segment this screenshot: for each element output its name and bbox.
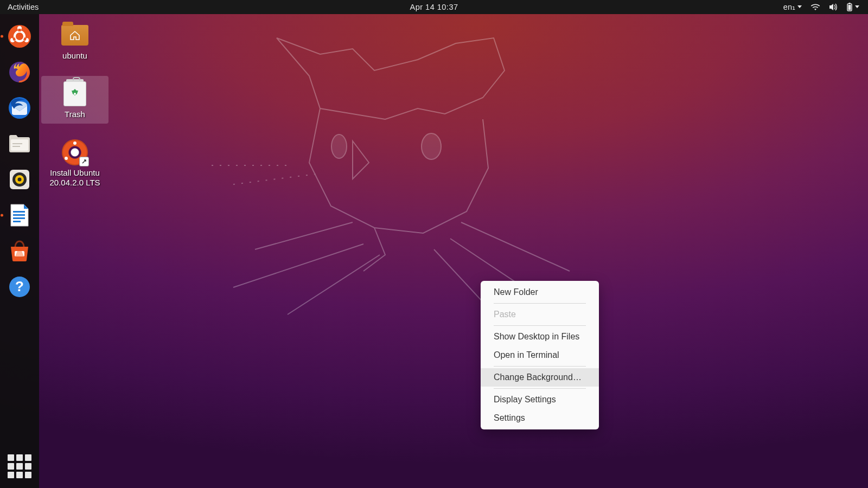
input-source-indicator[interactable]: en₁ (783, 3, 802, 11)
context-menu-separator (494, 325, 586, 326)
power-menu[interactable] (846, 3, 859, 11)
desktop-icon-label: ubuntu (62, 51, 87, 61)
desktop-icon-home[interactable]: ubuntu (41, 17, 108, 65)
context-menu-item[interactable]: Settings (481, 409, 599, 427)
context-menu-separator (494, 366, 586, 367)
svg-rect-15 (12, 146, 20, 147)
activities-button[interactable]: Activities (0, 3, 46, 11)
thunderbird-logo-icon (8, 96, 31, 120)
home-folder-icon (61, 23, 89, 48)
top-bar: Activities Apr 14 10:37 en₁ (0, 0, 868, 14)
svg-point-19 (18, 178, 22, 182)
context-menu-item[interactable]: New Folder (481, 283, 599, 301)
dock: ? (0, 14, 39, 488)
chevron-down-icon (797, 5, 802, 9)
software-center-icon[interactable] (4, 236, 35, 266)
context-menu-item[interactable]: Display Settings (481, 390, 599, 409)
chevron-down-icon (855, 5, 859, 9)
network-indicator[interactable] (810, 3, 820, 11)
svg-rect-23 (13, 221, 21, 222)
context-menu-item: Paste (481, 305, 599, 324)
context-menu-item[interactable]: Show Desktop in Files (481, 328, 599, 346)
clock[interactable]: Apr 14 10:37 (410, 3, 458, 11)
context-menu-item[interactable]: Open in Terminal (481, 346, 599, 364)
trash-icon (61, 81, 89, 106)
writer-logo-icon (9, 203, 30, 227)
context-menu-separator (494, 303, 586, 304)
ubuntu-logo-icon (7, 24, 32, 49)
speaker-app-icon (8, 168, 31, 191)
svg-rect-14 (12, 143, 22, 144)
help-icon[interactable]: ? (4, 272, 35, 302)
context-menu-separator (494, 388, 586, 389)
speaker-icon (829, 3, 838, 11)
svg-rect-22 (13, 217, 25, 219)
desktop-icon-label: Install Ubuntu 20.04.2.0 LTS (49, 168, 100, 188)
svg-rect-21 (13, 214, 25, 216)
files-icon[interactable] (4, 129, 35, 159)
input-source-label: en₁ (783, 3, 795, 11)
svg-rect-20 (13, 211, 25, 213)
desktop-context-menu: New FolderPasteShow Desktop in FilesOpen… (481, 281, 599, 429)
firefox-logo-icon (8, 60, 31, 84)
desktop-icon-installer[interactable]: Install Ubuntu 20.04.2.0 LTS (41, 134, 108, 192)
firefox-icon[interactable] (4, 57, 35, 87)
system-tray: en₁ (783, 3, 868, 11)
installer-icon (61, 140, 89, 165)
context-menu-item[interactable]: Change Background… (481, 368, 599, 387)
libreoffice-writer-icon[interactable] (4, 200, 35, 230)
show-applications-button[interactable] (8, 454, 31, 478)
svg-text:?: ? (15, 278, 24, 294)
thunderbird-icon[interactable] (4, 93, 35, 123)
shopping-bag-icon (8, 240, 31, 262)
wifi-icon (810, 3, 820, 11)
svg-rect-2 (848, 5, 851, 10)
desktop-icon-label: Trash (65, 110, 85, 119)
battery-icon (846, 3, 853, 11)
folder-icon (8, 133, 31, 154)
volume-indicator[interactable] (829, 3, 838, 11)
svg-line-9 (24, 38, 26, 40)
svg-rect-13 (11, 139, 28, 151)
rhythmbox-icon[interactable] (4, 164, 35, 195)
running-pip (1, 35, 3, 38)
svg-line-10 (13, 38, 15, 40)
desktop-icon-trash[interactable]: Trash (41, 76, 108, 124)
desktop[interactable]: ubuntu Trash Install Ubuntu 20.04.2.0 LT… (39, 14, 868, 488)
svg-rect-1 (849, 3, 851, 4)
question-mark-icon: ? (8, 275, 31, 298)
ubuntu-dash-icon[interactable] (4, 21, 35, 52)
svg-point-29 (74, 93, 76, 95)
running-pip (1, 214, 3, 217)
